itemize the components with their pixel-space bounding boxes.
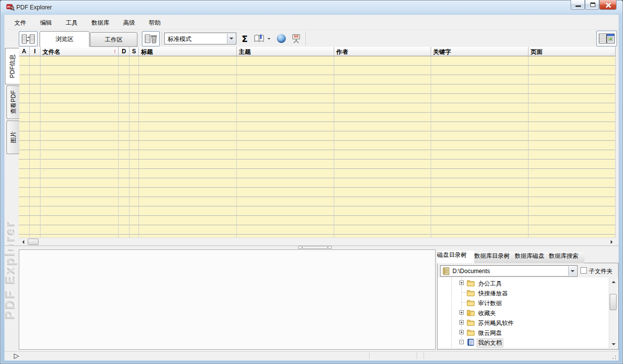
column-gridline: [431, 56, 431, 238]
hscroll-thumb[interactable]: [28, 239, 39, 245]
expand-plus-icon[interactable]: +: [459, 281, 464, 285]
app-window: PDF PDF Explorer 文件编辑工具数据库高级帮助 浏览区: [0, 0, 623, 364]
title-bar[interactable]: PDF PDF Explorer: [0, 0, 623, 15]
sort-asc-icon: ↑: [113, 48, 116, 56]
grid-body[interactable]: [19, 56, 616, 238]
mode-select-value: 标准模式: [168, 35, 191, 43]
tab-work-area-label: 工作区: [105, 36, 123, 43]
dir-tab-3[interactable]: 数据库搜索: [549, 252, 584, 263]
split-view-button[interactable]: [596, 31, 617, 46]
dir-tab-0[interactable]: 磁盘目录树: [437, 251, 474, 263]
subfolder-checkbox[interactable]: [580, 267, 587, 274]
tree-item-3[interactable]: +收藏夹: [438, 308, 609, 318]
side-tab-1[interactable]: 查看PDF: [6, 85, 19, 119]
menu-item-4[interactable]: 高级: [116, 15, 142, 31]
column-header-5[interactable]: 标题: [139, 47, 237, 56]
path-combo-arrow[interactable]: [568, 266, 577, 276]
tree-item-5[interactable]: +微云网盘: [438, 327, 609, 337]
statusbar-divider: [369, 352, 370, 359]
tree-item-2[interactable]: 审计数据: [438, 298, 609, 308]
column-gridline: [118, 56, 119, 238]
menu-item-0[interactable]: 文件: [7, 15, 33, 31]
scroll-left-button[interactable]: [19, 238, 27, 245]
arrow-right-icon: [611, 240, 613, 244]
column-header-label: S: [132, 48, 136, 56]
tab-browse-area-label: 浏览区: [56, 36, 74, 42]
side-tab-2[interactable]: 图片: [6, 121, 19, 154]
scroll-right-button[interactable]: [607, 238, 616, 245]
tree-item-0[interactable]: +办公工具: [438, 278, 609, 288]
report-book-button[interactable]: [253, 32, 266, 45]
expand-plus-icon[interactable]: +: [459, 330, 464, 334]
dir-tab-label: 数据库搜索: [549, 252, 578, 259]
sync-views-button[interactable]: [19, 31, 38, 46]
column-header-label: 文件名: [43, 48, 112, 56]
tree-item-label[interactable]: 审计数据: [477, 299, 503, 308]
resize-grip[interactable]: [611, 354, 617, 360]
close-button[interactable]: [599, 0, 617, 10]
tree-item-label[interactable]: 收藏夹: [477, 309, 497, 318]
dir-tab-1[interactable]: 数据库目录树: [474, 252, 515, 263]
menu-item-1[interactable]: 编辑: [33, 15, 59, 31]
tree-item-1[interactable]: 快搜播放器: [438, 288, 609, 298]
window-title: PDF Explorer: [16, 4, 52, 11]
column-header-4[interactable]: S: [130, 47, 139, 56]
column-header-3[interactable]: D: [119, 47, 130, 56]
collapse-minus-icon[interactable]: -: [459, 340, 464, 344]
tree-item-label[interactable]: 办公工具: [477, 279, 503, 288]
pdf-presenter-button[interactable]: PDF: [289, 32, 303, 45]
menu-item-3[interactable]: 数据库: [85, 15, 116, 31]
expand-plus-icon[interactable]: +: [459, 320, 464, 324]
grid-header: AI文件名↑DS标题主题作者关键字页面: [19, 47, 616, 56]
menu-bar: 文件编辑工具数据库高级帮助: [4, 15, 619, 30]
path-combo[interactable]: D:\Documents: [440, 265, 578, 277]
folder-star-icon: [467, 309, 475, 317]
sum-button[interactable]: Σ: [239, 32, 251, 45]
vscroll-thumb[interactable]: [610, 294, 617, 310]
splitter-grip[interactable]: [298, 246, 332, 249]
minimize-button[interactable]: [571, 0, 585, 10]
app-icon: PDF: [6, 3, 15, 11]
sum-icon: Σ: [242, 34, 248, 44]
tree-item-label[interactable]: 快搜播放器: [477, 289, 509, 298]
side-tab-label: 图片: [9, 131, 17, 143]
grid-hscrollbar[interactable]: [19, 238, 616, 245]
mode-select-arrow[interactable]: [227, 34, 235, 43]
path-combo-value: D:\Documents: [452, 268, 490, 275]
column-header-2[interactable]: 文件名↑: [41, 47, 119, 56]
menu-item-5[interactable]: 帮助: [142, 15, 168, 31]
dir-tab-label: 数据库磁盘: [515, 252, 544, 259]
tree-item-6[interactable]: -我的文档: [438, 337, 609, 347]
svg-text:PDF: PDF: [295, 36, 298, 38]
web-button[interactable]: [275, 32, 288, 45]
clear-workspace-button[interactable]: [142, 31, 160, 46]
tree-item-label[interactable]: 苏州飚风软件: [477, 319, 515, 328]
column-header-label: A: [22, 48, 26, 56]
report-book-dropdown[interactable]: [266, 32, 272, 45]
tab-work-area[interactable]: 工作区: [90, 32, 137, 47]
maximize-button[interactable]: [585, 0, 599, 10]
side-tab-label: 查看PDF: [9, 90, 17, 114]
scroll-down-button[interactable]: [609, 340, 618, 348]
side-tab-0[interactable]: PDF信息: [5, 48, 19, 84]
column-header-1[interactable]: I: [30, 47, 41, 56]
column-header-6[interactable]: 主题: [237, 47, 334, 56]
column-header-8[interactable]: 关键字: [431, 47, 529, 56]
tree-vscrollbar[interactable]: [609, 278, 617, 348]
column-header-7[interactable]: 作者: [334, 47, 431, 56]
scroll-up-button[interactable]: [609, 278, 618, 286]
web-icon: [277, 34, 286, 43]
menu-item-2[interactable]: 工具: [59, 15, 85, 31]
expand-plus-icon[interactable]: +: [459, 310, 464, 315]
chevron-down-icon: [267, 38, 270, 40]
tree-item-4[interactable]: +苏州飚风软件: [438, 318, 609, 327]
column-header-0[interactable]: A: [19, 47, 30, 56]
tree-item-label[interactable]: 我的文档: [477, 338, 503, 348]
chevron-down-icon: [229, 38, 233, 40]
tab-browse-area[interactable]: 浏览区: [40, 31, 89, 47]
mode-select[interactable]: 标准模式: [164, 33, 236, 44]
dir-tab-2[interactable]: 数据库磁盘: [515, 252, 549, 263]
column-header-9[interactable]: 页面: [529, 47, 616, 56]
tree-item-label[interactable]: 微云网盘: [477, 328, 503, 338]
toolbar-separator: [306, 32, 307, 45]
